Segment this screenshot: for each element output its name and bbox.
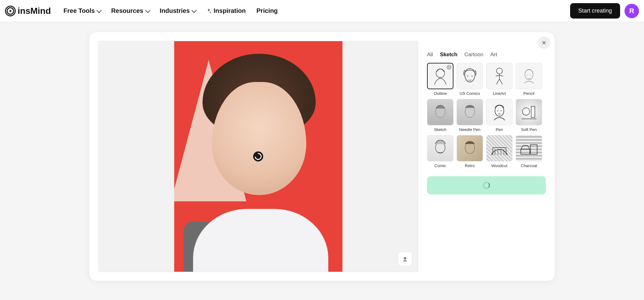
style-needle-pen-label: Needle Pen	[457, 127, 483, 132]
style-outline-label: Outline	[427, 91, 453, 96]
style-woodcut[interactable]	[486, 135, 513, 161]
svg-point-1	[497, 68, 502, 74]
style-pen[interactable]	[486, 99, 513, 125]
nav-industries[interactable]: Industries	[160, 7, 196, 14]
architecture-icon	[488, 137, 511, 160]
nav-inspiration[interactable]: Inspiration	[206, 7, 246, 14]
style-comic[interactable]	[427, 135, 453, 161]
start-creating-button[interactable]: Start creating	[570, 3, 620, 19]
app-header: insMind Free Tools Resources Industries …	[0, 0, 644, 22]
upload-icon	[402, 256, 408, 262]
style-us-comics-label: US Comics	[457, 91, 483, 96]
stage: All Sketch Cartoon Art i Outline	[0, 22, 644, 300]
chevron-down-icon	[192, 8, 197, 13]
style-lineart-label: LineArt	[486, 91, 513, 96]
tab-all[interactable]: All	[427, 52, 433, 58]
spiral-logo-icon	[5, 6, 16, 16]
style-thumbnail-grid: i Outline US Comics LineArt	[427, 63, 546, 168]
style-charcoal-label: Charcoal	[516, 163, 542, 168]
brand-logo[interactable]: insMind	[5, 6, 51, 16]
loading-spinner-icon	[483, 182, 490, 189]
style-needle-pen[interactable]	[457, 99, 483, 125]
tab-art[interactable]: Art	[490, 52, 497, 58]
pencil-portrait-icon	[518, 65, 540, 87]
style-sketch-label: Sketch	[427, 127, 453, 132]
svg-point-0	[436, 69, 445, 78]
retro-portrait-icon	[459, 137, 481, 160]
editor-panel: All Sketch Cartoon Art i Outline	[89, 32, 555, 281]
image-preview	[98, 41, 418, 272]
info-badge-icon: i	[447, 65, 452, 70]
sparkle-icon	[206, 8, 212, 14]
style-pencil-label: Pencil	[516, 91, 542, 96]
style-sidebar: All Sketch Cartoon Art i Outline	[427, 41, 546, 272]
style-charcoal[interactable]	[516, 135, 542, 161]
svg-rect-11	[530, 145, 537, 154]
nav-industries-label: Industries	[160, 7, 190, 14]
compare-slider-handle[interactable]	[253, 151, 263, 161]
style-outline[interactable]: i	[427, 63, 453, 89]
nav-resources[interactable]: Resources	[111, 7, 149, 14]
sketch-portrait-icon	[429, 101, 452, 123]
style-retro[interactable]	[457, 135, 483, 161]
style-lineart[interactable]	[486, 63, 513, 89]
nav-free-tools[interactable]: Free Tools	[64, 7, 101, 14]
nav-inspiration-label: Inspiration	[214, 7, 246, 14]
header-right: Start creating R	[570, 3, 639, 19]
style-comic-label: Comic	[427, 163, 453, 168]
style-pen-label: Pen	[486, 127, 513, 132]
tab-sketch[interactable]: Sketch	[440, 52, 458, 58]
style-soft-pen[interactable]	[516, 99, 542, 125]
style-retro-label: Retro	[457, 163, 483, 168]
tab-cartoon[interactable]: Cartoon	[464, 52, 483, 58]
svg-point-7	[522, 108, 530, 115]
close-icon	[541, 40, 547, 45]
comics-portrait-icon	[459, 65, 481, 87]
nav-pricing[interactable]: Pricing	[257, 7, 278, 14]
svg-rect-6	[531, 106, 535, 117]
svg-point-5	[495, 105, 504, 116]
brand-name: insMind	[18, 6, 51, 16]
svg-rect-10	[521, 149, 530, 154]
nav-resources-label: Resources	[111, 7, 143, 14]
pen-portrait-icon	[488, 101, 511, 123]
still-life-icon	[518, 101, 540, 123]
nav-free-tools-label: Free Tools	[64, 7, 95, 14]
comic-portrait-icon	[429, 137, 452, 160]
style-pencil[interactable]	[516, 63, 542, 89]
nav-pricing-label: Pricing	[257, 7, 278, 14]
main-nav: Free Tools Resources Industries Inspirat…	[64, 7, 278, 14]
style-woodcut-label: Woodcut	[486, 163, 513, 168]
user-avatar[interactable]: R	[625, 4, 639, 18]
chevron-down-icon	[97, 8, 102, 13]
style-category-tabs: All Sketch Cartoon Art	[427, 52, 546, 58]
lineart-figure-icon	[488, 65, 511, 87]
needle-pen-portrait-icon	[459, 101, 481, 123]
style-sketch[interactable]	[427, 99, 453, 125]
chevron-down-icon	[145, 8, 150, 13]
generate-button[interactable]	[427, 176, 546, 194]
style-soft-pen-label: Soft Pen	[516, 127, 542, 132]
close-panel-button[interactable]	[538, 36, 550, 49]
style-us-comics[interactable]	[457, 63, 483, 89]
upload-image-button[interactable]	[398, 252, 412, 266]
interior-icon	[518, 137, 540, 160]
